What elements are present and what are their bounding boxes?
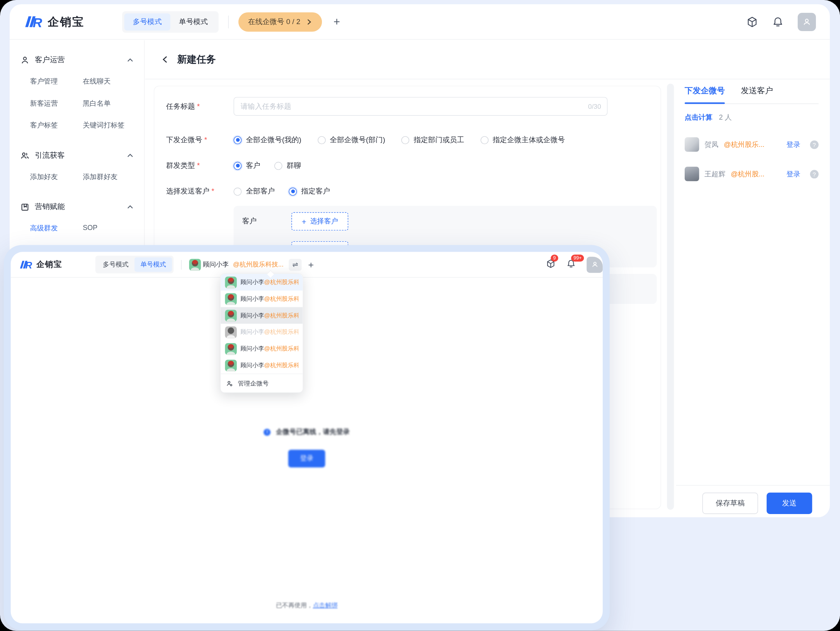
account-org: @杭州股... xyxy=(731,169,765,179)
radio-icon xyxy=(274,162,282,170)
sidebar-item[interactable]: 客户管理 xyxy=(30,77,83,86)
chevron-up-icon xyxy=(127,57,134,63)
manage-accounts-item[interactable]: 管理企微号 xyxy=(221,374,303,392)
choose-customer-row: 选择发送客户 全部客户 指定客户 xyxy=(166,187,661,196)
radio-selected-icon xyxy=(233,162,242,170)
sidebar-group-header[interactable]: 引流获客 xyxy=(18,146,136,165)
radio-specific-customers[interactable]: 指定客户 xyxy=(289,187,330,196)
sidebar-group-customer-ops: 客户运营 客户管理 在线聊天 新客运营 黑白名单 客户标签 关键词打标签 xyxy=(18,51,136,142)
send-account-label: 下发企微号 xyxy=(166,135,234,145)
people-count: 2 人 xyxy=(719,113,732,122)
unbind-note: 已不再使用，点击解绑 xyxy=(11,601,603,610)
radio-selected-icon xyxy=(233,136,242,144)
help-icon[interactable]: ? xyxy=(810,140,819,149)
send-button[interactable]: 发送 xyxy=(767,493,812,514)
choose-customer-label: 选择发送客户 xyxy=(166,187,234,196)
bell-icon[interactable] xyxy=(772,16,784,28)
dropdown-account-item-hovered[interactable]: 顾问小李@杭州股乐科技有... xyxy=(221,307,303,324)
sidebar-item[interactable]: SOP xyxy=(83,223,136,233)
help-icon[interactable]: ? xyxy=(810,170,819,178)
radio-all-customers[interactable]: 全部客户 xyxy=(233,187,275,196)
login-button[interactable]: 登录 xyxy=(288,450,325,467)
click-calculate-link[interactable]: 点击计算 xyxy=(685,113,713,122)
back-icon[interactable] xyxy=(161,56,169,63)
page-title: 新建任务 xyxy=(177,53,216,66)
bell-icon-badged[interactable]: 99+ xyxy=(566,259,576,270)
svg-text:R: R xyxy=(25,260,32,270)
task-title-inputwrap: 0/30 xyxy=(233,97,607,116)
tab-single-mode[interactable]: 单号模式 xyxy=(134,257,172,272)
screen: R 企销宝 多号模式 单号模式 在线企微号 0 / 2 + xyxy=(0,0,840,631)
mode-tabs: 多号模式 单号模式 xyxy=(96,256,174,274)
account-name: 贺凤 xyxy=(704,139,718,149)
sidebar-items: 客户管理 在线聊天 新客运营 黑白名单 客户标签 关键词打标签 xyxy=(18,69,136,142)
sidebar-item[interactable]: 客户标签 xyxy=(30,120,83,130)
sidebar-item[interactable]: 新客运营 xyxy=(30,99,83,108)
manage-accounts-label: 管理企微号 xyxy=(238,379,268,387)
add-account-button[interactable]: + xyxy=(334,16,340,27)
current-account[interactable]: 顾问小李@杭州股乐科技... xyxy=(203,260,283,269)
radio-group-chat[interactable]: 群聊 xyxy=(274,161,301,171)
sidebar-item[interactable]: 添加群好友 xyxy=(83,172,136,182)
tab-send-customers[interactable]: 发送客户 xyxy=(741,86,773,104)
user-avatar[interactable] xyxy=(798,12,816,31)
radio-all-my-accounts[interactable]: 全部企微号(我的) xyxy=(233,135,301,145)
tab-single-mode[interactable]: 单号模式 xyxy=(170,13,217,30)
scrollbar[interactable] xyxy=(667,84,674,510)
right-panel-tabs: 下发企微号 发送客户 xyxy=(685,86,819,104)
select-customer-button[interactable]: +选择客户 xyxy=(291,212,348,230)
tab-send-accounts[interactable]: 下发企微号 xyxy=(685,86,725,104)
tab-multi-mode[interactable]: 多号模式 xyxy=(97,257,135,272)
cube-badge: 9 xyxy=(551,254,558,262)
chevron-right-icon xyxy=(306,19,312,25)
radio-all-dept-accounts[interactable]: 全部企微号(部门) xyxy=(317,135,385,145)
offline-message: 企微号已离线，请先登录 xyxy=(276,427,350,436)
app-logo: R 企销宝 xyxy=(19,259,62,270)
user-avatar[interactable] xyxy=(587,256,603,272)
task-title-input[interactable] xyxy=(233,97,607,116)
account-avatar xyxy=(225,293,237,305)
sidebar-item[interactable]: 黑白名单 xyxy=(83,99,136,108)
char-counter: 0/30 xyxy=(588,103,601,110)
sidebar-group-header[interactable]: 营销赋能 xyxy=(18,198,136,216)
header-divider xyxy=(228,15,229,28)
sidebar-item-active[interactable]: 高级群发 xyxy=(30,223,83,233)
logo-text: 企销宝 xyxy=(48,14,85,30)
person-icon xyxy=(591,260,599,268)
dropdown-account-item-offline[interactable]: 顾问小李@杭州股乐科技有... xyxy=(221,324,303,340)
cube-icon-badged[interactable]: 9 xyxy=(546,259,556,270)
sidebar-item[interactable]: 关键词打标签 xyxy=(83,120,136,130)
add-account-button[interactable]: + xyxy=(308,260,314,269)
choose-customer-options: 全部客户 指定客户 xyxy=(233,187,330,196)
radio-specific-dept-staff[interactable]: 指定部门或员工 xyxy=(401,135,464,145)
svg-text:R: R xyxy=(33,15,42,29)
cube-icon[interactable] xyxy=(746,16,758,28)
right-panel: 下发企微号 发送客户 点击计算 2 人 贺凤 @杭州股乐... 登录 ? xyxy=(685,86,819,181)
sidebar-group-label: 引流获客 xyxy=(35,151,122,160)
task-title-row: 任务标题 0/30 xyxy=(166,97,661,116)
chevron-up-icon xyxy=(127,152,134,159)
dropdown-account-item-selected[interactable]: 顾问小李@杭州股乐科技有... xyxy=(221,274,303,291)
sidebar-item[interactable]: 在线聊天 xyxy=(83,77,136,86)
users-icon xyxy=(20,151,29,160)
mass-type-label: 群发类型 xyxy=(166,161,234,171)
unbind-link[interactable]: 点击解绑 xyxy=(313,602,337,608)
dropdown-account-item[interactable]: 顾问小李@杭州股乐科技有... xyxy=(221,340,303,357)
offline-status: ! 企微号已离线，请先登录 登录 xyxy=(11,426,603,467)
tab-multi-mode[interactable]: 多号模式 xyxy=(124,13,170,30)
switch-account-button[interactable]: ⇌ xyxy=(289,259,302,270)
online-accounts-label: 在线企微号 0 / 2 xyxy=(248,17,301,26)
sidebar-item[interactable]: 添加好友 xyxy=(30,172,83,182)
current-account-name: 顾问小李 xyxy=(203,260,229,269)
save-draft-button[interactable]: 保存草稿 xyxy=(703,493,758,514)
login-link[interactable]: 登录 xyxy=(786,139,800,149)
app-logo: R 企销宝 xyxy=(24,14,85,30)
dropdown-account-item[interactable]: 顾问小李@杭州股乐科技有... xyxy=(221,357,303,374)
online-accounts-pill[interactable]: 在线企微号 0 / 2 xyxy=(238,12,322,31)
radio-customer[interactable]: 客户 xyxy=(233,161,260,171)
radio-specific-entity[interactable]: 指定企微主体或企微号 xyxy=(480,135,565,145)
account-avatar xyxy=(225,326,237,338)
dropdown-account-item[interactable]: 顾问小李@杭州股乐科技有... xyxy=(221,291,303,307)
login-link[interactable]: 登录 xyxy=(786,169,800,179)
sidebar-group-header[interactable]: 客户运营 xyxy=(18,51,136,69)
